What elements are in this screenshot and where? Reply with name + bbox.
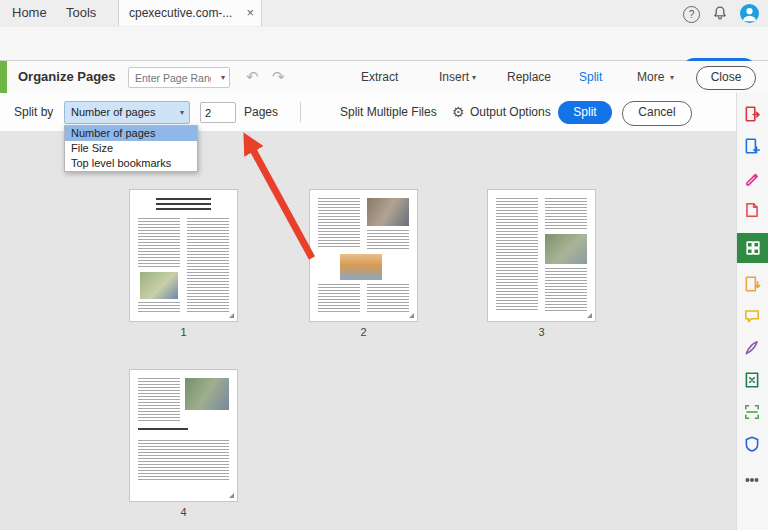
thumb-text-block [367, 284, 409, 312]
page-corner [587, 313, 592, 318]
menu-option-top-level-bookmarks[interactable]: Top level bookmarks [65, 156, 197, 171]
page-number-label: 2 [310, 326, 417, 338]
comment-tool-icon[interactable] [743, 307, 761, 325]
page-range-combo[interactable]: ▾ [128, 67, 230, 88]
export-to-excel-icon[interactable] [743, 371, 761, 389]
chevron-down-icon: ▾ [180, 108, 184, 117]
edit-pdf-icon[interactable] [743, 169, 761, 187]
replace-button[interactable]: Replace [507, 61, 551, 93]
split-confirm-button[interactable]: Split [558, 101, 612, 124]
divider [300, 102, 301, 122]
thumb-image [185, 378, 229, 410]
notifications-bell-icon[interactable] [712, 5, 728, 21]
close-button[interactable]: Close [696, 66, 756, 90]
split-tool-button[interactable]: Split [579, 61, 602, 93]
page-number-label: 4 [130, 506, 237, 518]
help-icon[interactable]: ? [683, 6, 700, 23]
thumb-title-block [156, 198, 211, 211]
page-number-label: 3 [488, 326, 595, 338]
document-tab[interactable]: cpexecutive.com-... × [118, 0, 262, 26]
page-thumbnail[interactable] [310, 190, 417, 321]
organize-pages-title: Organize Pages [18, 61, 116, 93]
page-thumbnail[interactable] [130, 190, 237, 321]
page-corner [409, 313, 414, 318]
thumb-text-block [318, 284, 360, 312]
split-multiple-files-button[interactable]: Split Multiple Files [340, 105, 437, 119]
scan-and-ocr-icon[interactable] [743, 403, 761, 421]
main-toolbar: / 4 85% ▾ ▾ [0, 27, 768, 61]
thumb-text-block [545, 198, 587, 230]
close-tab-icon[interactable]: × [246, 0, 254, 26]
page-corner [229, 313, 234, 318]
thumb-text-block [187, 218, 229, 312]
thumb-image [367, 198, 409, 226]
page-thumbnail[interactable] [488, 190, 595, 321]
extract-button[interactable]: Extract [361, 61, 398, 93]
organize-pages-icon [744, 239, 762, 257]
page-thumbnail[interactable] [130, 370, 237, 501]
tab-tools[interactable]: Tools [66, 0, 96, 26]
more-button[interactable]: More [637, 61, 664, 93]
output-options-button[interactable]: Output Options [470, 105, 551, 119]
compress-pdf-icon[interactable] [743, 275, 761, 293]
more-tools-icon[interactable] [743, 471, 761, 489]
export-pdf-icon[interactable] [743, 105, 761, 123]
split-mode-dropdown[interactable]: Number of pages ▾ [64, 101, 190, 124]
menu-option-number-of-pages[interactable]: Number of pages [65, 126, 197, 141]
page-range-input[interactable] [133, 69, 213, 86]
thumb-text-block [138, 378, 180, 422]
thumb-text-block [318, 198, 360, 248]
pages-unit-label: Pages [244, 105, 278, 119]
organize-pages-active-tool[interactable] [737, 233, 768, 263]
thumb-text-block [545, 268, 587, 312]
menu-option-file-size[interactable]: File Size [65, 141, 197, 156]
protect-icon[interactable] [743, 435, 761, 453]
page-count-input[interactable] [200, 102, 236, 123]
chevron-down-icon[interactable]: ▾ [670, 73, 674, 82]
redo-icon[interactable]: ↷ [272, 68, 285, 86]
undo-icon[interactable]: ↶ [246, 68, 259, 86]
document-tab-title: cpexecutive.com-... [129, 0, 232, 26]
thumb-heading-block [138, 428, 188, 433]
tab-bar: Home Tools cpexecutive.com-... × ? [0, 0, 768, 28]
create-pdf-icon[interactable] [743, 137, 761, 155]
tools-sidebar [736, 93, 768, 530]
thumb-text-block [138, 440, 229, 480]
split-by-label: Split by [14, 105, 53, 119]
chevron-down-icon[interactable]: ▾ [472, 73, 476, 82]
organize-pages-toolbar: Organize Pages ▾ ↶ ↷ Extract Insert ▾ Re… [0, 61, 768, 94]
page-number-label: 1 [130, 326, 237, 338]
thumb-image [545, 234, 587, 264]
combine-files-icon[interactable] [743, 201, 761, 219]
thumb-text-block [367, 230, 409, 250]
thumb-text-block [138, 302, 180, 312]
thumb-image [340, 254, 382, 280]
organize-accent-bar [0, 61, 7, 93]
acrobat-window: Home Tools cpexecutive.com-... × ? [0, 0, 768, 530]
insert-button[interactable]: Insert [439, 61, 469, 93]
fill-and-sign-icon[interactable] [743, 339, 761, 357]
user-avatar[interactable] [740, 4, 759, 23]
thumb-text-block [138, 218, 180, 268]
page-corner [229, 493, 234, 498]
thumb-image [140, 272, 178, 299]
gear-icon[interactable]: ⚙ [452, 104, 465, 120]
chevron-down-icon: ▾ [221, 73, 225, 82]
split-mode-value: Number of pages [71, 102, 155, 122]
cancel-button[interactable]: Cancel [622, 101, 692, 126]
split-mode-menu: Number of pages File Size Top level book… [64, 125, 198, 172]
tab-home[interactable]: Home [12, 0, 47, 26]
thumb-text-block [496, 198, 538, 312]
